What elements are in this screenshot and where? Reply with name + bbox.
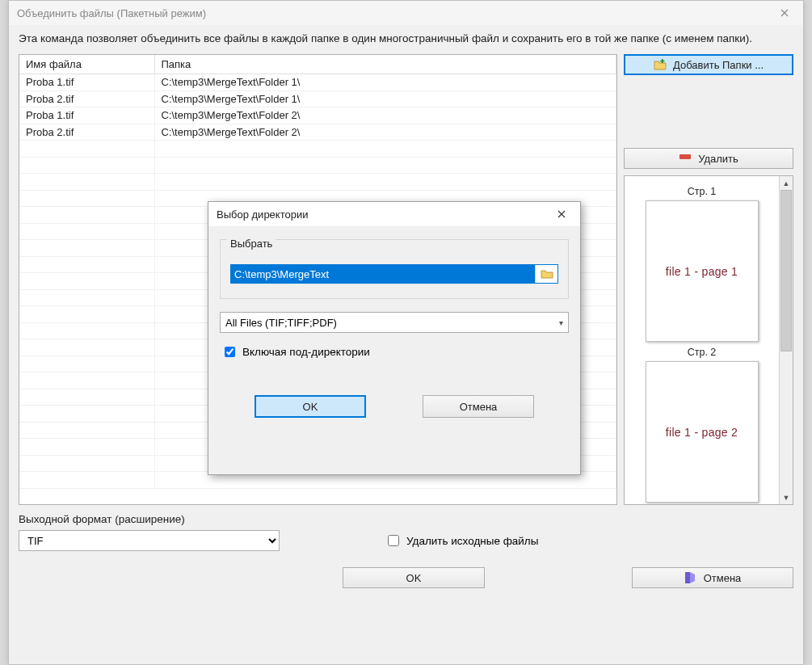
page-thumbnail[interactable]: file 1 - page 2 (646, 361, 759, 503)
scroll-thumb[interactable] (780, 190, 792, 351)
delete-label: Удалить (698, 153, 738, 165)
path-field-wrap (230, 264, 558, 284)
page-thumbnail[interactable]: file 1 - page 1 (646, 200, 759, 342)
main-cancel-button[interactable]: Отмена (632, 567, 793, 588)
close-icon (557, 210, 566, 218)
table-row[interactable]: Proba 1.tifC:\temp3\MergeText\Folder 2\ (19, 107, 616, 124)
scroll-down-icon[interactable]: ▼ (780, 490, 793, 504)
folder-plus-icon (654, 58, 667, 71)
cell-filename: Proba 2.tif (19, 124, 154, 141)
preview-pane: Стр. 1file 1 - page 1Стр. 2file 1 - page… (624, 175, 793, 505)
delete-icon (679, 152, 692, 165)
include-subdirs-label: Включая под-директории (242, 346, 370, 358)
description-text: Эта команда позволяет объединить все фай… (9, 25, 803, 54)
svg-rect-1 (660, 61, 664, 62)
bottom-panel: Выходной формат (расширение) TIF Удалить… (9, 505, 803, 598)
table-row-empty (19, 157, 616, 174)
table-row-empty (19, 141, 616, 158)
scroll-up-icon[interactable]: ▲ (780, 176, 793, 190)
cell-filename: Proba 1.tif (19, 74, 154, 91)
col-header-name[interactable]: Имя файла (19, 55, 154, 74)
table-row[interactable]: Proba 2.tifC:\temp3\MergeText\Folder 2\ (19, 124, 616, 141)
main-ok-label: OK (406, 572, 422, 584)
file-filter-select[interactable]: All Files (TIF;TIFF;PDF) ▾ (220, 312, 569, 333)
window-close-button[interactable] (766, 1, 803, 25)
svg-rect-3 (685, 572, 690, 583)
delete-button[interactable]: Удалить (624, 148, 793, 169)
dialog-ok-label: OK (303, 401, 318, 413)
cell-folder: C:\temp3\MergeText\Folder 1\ (154, 90, 616, 107)
choose-directory-dialog: Выбор директории Выбрать All Files (TIF;… (208, 201, 581, 475)
page-label: Стр. 2 (688, 347, 717, 358)
main-cancel-label: Отмена (704, 572, 742, 584)
chevron-down-icon: ▾ (559, 318, 563, 327)
include-subdirs-input[interactable] (225, 347, 235, 357)
include-subdirs-checkbox[interactable]: Включая под-директории (221, 344, 569, 360)
main-ok-button[interactable]: OK (343, 567, 485, 588)
col-header-folder[interactable]: Папка (154, 55, 616, 74)
add-folders-label: Добавить Папки ... (673, 59, 764, 71)
cell-folder: C:\temp3\MergeText\Folder 1\ (154, 74, 616, 91)
table-row[interactable]: Proba 2.tifC:\temp3\MergeText\Folder 1\ (19, 90, 616, 107)
choose-group-label: Выбрать (227, 238, 276, 250)
dialog-cancel-label: Отмена (460, 401, 498, 413)
cell-filename: Proba 1.tif (19, 107, 154, 124)
output-format-label: Выходной формат (расширение) (19, 513, 793, 525)
merge-files-window: Объединить файлы (Пакетный режим) Эта ко… (8, 0, 804, 665)
close-icon (780, 9, 789, 17)
dialog-titlebar[interactable]: Выбор директории (208, 202, 580, 226)
dialog-close-button[interactable] (543, 202, 580, 226)
table-row-empty (19, 174, 616, 191)
add-folders-button[interactable]: Добавить Папки ... (624, 54, 793, 75)
preview-scrollbar[interactable]: ▲ ▼ (779, 176, 793, 504)
output-format-select[interactable]: TIF (19, 530, 280, 551)
browse-button[interactable] (535, 265, 557, 283)
folder-open-icon (541, 268, 553, 280)
page-label: Стр. 1 (688, 186, 717, 197)
cell-filename: Proba 2.tif (19, 90, 154, 107)
choose-group: Выбрать (220, 239, 569, 299)
svg-rect-2 (679, 154, 691, 159)
file-filter-value: All Files (TIF;TIFF;PDF) (225, 317, 337, 329)
window-titlebar[interactable]: Объединить файлы (Пакетный режим) (9, 1, 803, 25)
dialog-ok-button[interactable]: OK (255, 395, 366, 418)
delete-sources-input[interactable] (388, 535, 399, 546)
delete-sources-checkbox[interactable]: Удалить исходные файлы (385, 532, 538, 549)
dialog-cancel-button[interactable]: Отмена (423, 395, 534, 418)
side-panel: Добавить Папки ... Удалить Стр. 1file 1 … (624, 54, 793, 505)
cell-folder: C:\temp3\MergeText\Folder 2\ (154, 124, 616, 141)
cell-folder: C:\temp3\MergeText\Folder 2\ (154, 107, 616, 124)
exit-icon (684, 571, 697, 584)
directory-path-input[interactable] (231, 265, 535, 283)
delete-sources-label: Удалить исходные файлы (406, 535, 538, 547)
window-title: Объединить файлы (Пакетный режим) (17, 7, 206, 19)
table-row[interactable]: Proba 1.tifC:\temp3\MergeText\Folder 1\ (19, 74, 616, 91)
dialog-title: Выбор директории (217, 208, 308, 221)
